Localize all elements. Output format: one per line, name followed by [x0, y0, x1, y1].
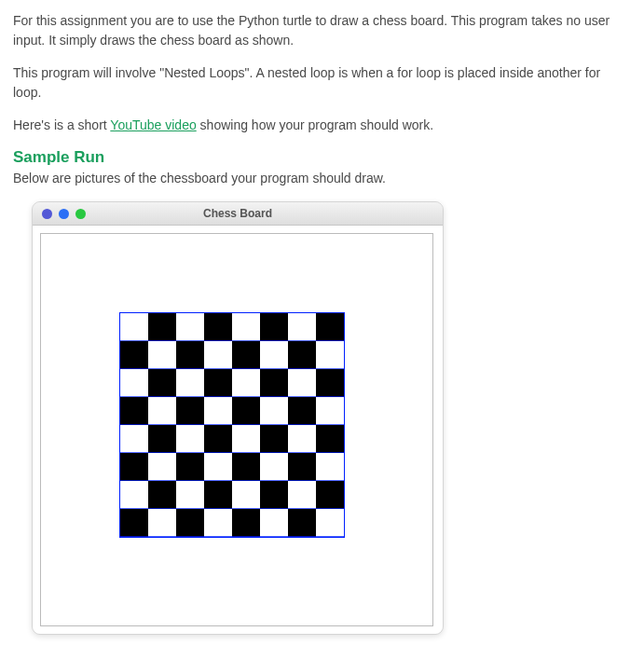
light-square: [148, 453, 176, 481]
light-square: [232, 369, 260, 397]
light-square: [232, 313, 260, 341]
minimize-icon[interactable]: [59, 209, 69, 219]
light-square: [176, 313, 204, 341]
dark-square: [316, 481, 344, 509]
dark-square: [288, 509, 316, 537]
dark-square: [204, 369, 232, 397]
light-square: [204, 509, 232, 537]
light-square: [260, 341, 288, 369]
dark-square: [204, 313, 232, 341]
dark-square: [316, 369, 344, 397]
light-square: [176, 369, 204, 397]
light-square: [148, 341, 176, 369]
window-title: Chess Board: [33, 207, 443, 220]
light-square: [204, 397, 232, 425]
light-square: [288, 369, 316, 397]
dark-square: [260, 313, 288, 341]
traffic-lights: [33, 209, 86, 219]
dark-square: [232, 509, 260, 537]
canvas-holder: [33, 226, 443, 634]
dark-square: [148, 425, 176, 453]
dark-square: [260, 481, 288, 509]
para3-suffix: showing how your program should work.: [197, 117, 433, 132]
assignment-paragraph-3: Here's is a short YouTube video showing …: [13, 116, 631, 135]
light-square: [316, 341, 344, 369]
dark-square: [232, 341, 260, 369]
dark-square: [204, 425, 232, 453]
dark-square: [316, 313, 344, 341]
light-square: [148, 397, 176, 425]
light-square: [316, 509, 344, 537]
para3-prefix: Here's is a short: [13, 117, 110, 132]
dark-square: [176, 341, 204, 369]
dark-square: [120, 341, 148, 369]
light-square: [260, 509, 288, 537]
dark-square: [288, 453, 316, 481]
light-square: [176, 481, 204, 509]
dark-square: [120, 453, 148, 481]
turtle-canvas: [40, 233, 433, 626]
light-square: [148, 509, 176, 537]
dark-square: [204, 481, 232, 509]
light-square: [120, 369, 148, 397]
dark-square: [148, 369, 176, 397]
dark-square: [120, 509, 148, 537]
light-square: [316, 397, 344, 425]
light-square: [260, 453, 288, 481]
dark-square: [176, 453, 204, 481]
dark-square: [288, 397, 316, 425]
chess-board: [120, 313, 344, 537]
dark-square: [148, 481, 176, 509]
light-square: [120, 425, 148, 453]
light-square: [260, 397, 288, 425]
light-square: [204, 341, 232, 369]
sample-run-caption: Below are pictures of the chessboard you…: [13, 169, 631, 188]
dark-square: [232, 453, 260, 481]
close-icon[interactable]: [42, 209, 52, 219]
light-square: [204, 453, 232, 481]
light-square: [120, 313, 148, 341]
light-square: [232, 425, 260, 453]
dark-square: [176, 397, 204, 425]
light-square: [288, 425, 316, 453]
dark-square: [316, 425, 344, 453]
dark-square: [148, 313, 176, 341]
light-square: [120, 481, 148, 509]
light-square: [288, 481, 316, 509]
dark-square: [288, 341, 316, 369]
assignment-paragraph-2: This program will involve "Nested Loops"…: [13, 63, 631, 103]
assignment-paragraph-1: For this assignment you are to use the P…: [13, 11, 631, 50]
window-titlebar: Chess Board: [33, 202, 443, 226]
light-square: [316, 453, 344, 481]
dark-square: [260, 369, 288, 397]
dark-square: [260, 425, 288, 453]
chess-board-window: Chess Board: [32, 201, 444, 635]
zoom-icon[interactable]: [75, 209, 86, 219]
youtube-video-link[interactable]: YouTube video: [110, 117, 196, 132]
light-square: [232, 481, 260, 509]
dark-square: [176, 509, 204, 537]
dark-square: [120, 397, 148, 425]
sample-run-heading: Sample Run: [13, 148, 631, 167]
light-square: [288, 313, 316, 341]
dark-square: [232, 397, 260, 425]
light-square: [176, 425, 204, 453]
